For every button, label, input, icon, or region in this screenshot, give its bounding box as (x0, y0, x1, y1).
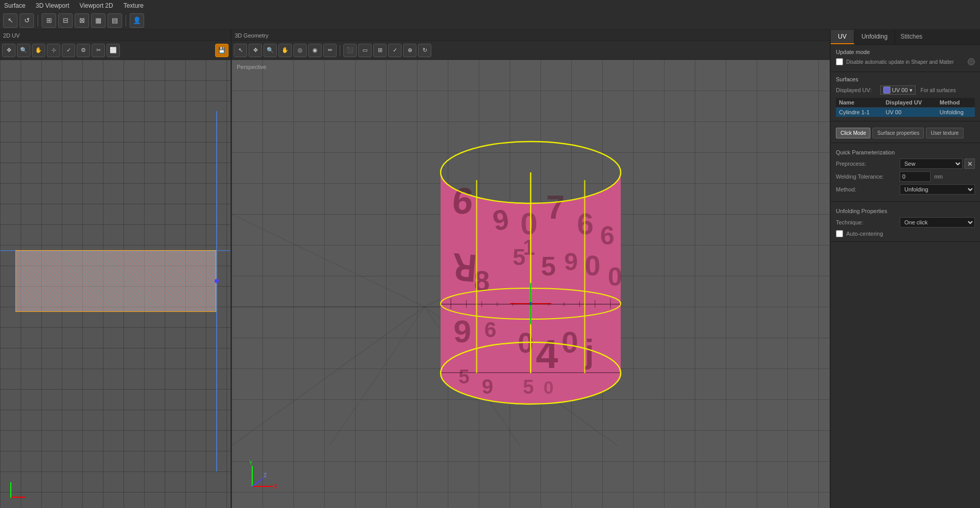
svg-line-1 (232, 307, 425, 446)
3d-select-btn[interactable]: ↖ (234, 44, 247, 57)
technique-select[interactable]: One click (900, 217, 975, 227)
3d-pan-btn[interactable]: ✋ (278, 44, 292, 57)
2d-settings-btn[interactable]: ⚙ (77, 44, 90, 57)
preprocess-select[interactable]: Sew (900, 159, 962, 169)
auto-centering-row: Auto-centering (836, 230, 975, 237)
preprocess-clear-btn[interactable]: ✕ (965, 159, 975, 169)
3d-pick-btn[interactable]: ✏ (323, 44, 337, 57)
main-toolbar: ↖ ↺ ⊞ ⊟ ⊠ ▦ ▤ 👤 (0, 11, 980, 30)
svg-text:0: 0 (544, 377, 553, 397)
uv-vertical-guide (216, 111, 217, 471)
svg-line-5 (329, 307, 425, 446)
welding-row: Welding Tolerance: mm (836, 171, 975, 182)
uv-canvas[interactable] (0, 60, 231, 508)
toolbar-separator-1 (38, 15, 38, 26)
3d-plane-btn[interactable]: ▭ (358, 44, 372, 57)
welding-input[interactable] (900, 171, 931, 182)
3d-grid-btn[interactable]: ⊞ (373, 44, 387, 57)
3d-box-btn[interactable]: ⬛ (343, 44, 357, 57)
quick-param-header: Quick Parameterization (836, 149, 975, 155)
tab-unfolding[interactable]: Unfolding (854, 30, 896, 44)
svg-line-61 (252, 479, 262, 486)
svg-text:0: 0 (562, 325, 578, 359)
col-method: Method (937, 98, 975, 108)
user-button[interactable]: 👤 (130, 13, 144, 28)
2d-pick-btn[interactable]: ⊹ (47, 44, 60, 57)
update-mode-icon[interactable] (968, 58, 975, 65)
tab-uv[interactable]: UV (831, 30, 854, 44)
method-select[interactable]: Unfolding (900, 184, 975, 195)
uv-mapping-rect[interactable] (15, 250, 216, 312)
auto-centering-checkbox[interactable] (836, 230, 843, 237)
user-texture-btn[interactable]: User texture (926, 128, 963, 138)
update-mode-section: Update mode Disable automatic update in … (831, 45, 980, 72)
welding-unit: mm (934, 174, 943, 180)
menu-3d-viewport[interactable]: 3D Viewport (33, 1, 71, 10)
2d-pan-btn[interactable]: ✋ (32, 44, 45, 57)
uv-handle[interactable] (215, 279, 219, 283)
preprocess-label: Preprocess: (836, 161, 898, 167)
update-mode-checkbox[interactable] (836, 58, 843, 65)
properties-panel: UV Unfolding Stitches Update mode Disabl… (831, 30, 980, 508)
col-displayed-uv: Displayed UV (883, 98, 937, 108)
svg-text:0: 0 (585, 250, 601, 282)
row-uv: UV 00 (883, 108, 937, 117)
grid-button-5[interactable]: ▤ (108, 13, 122, 28)
3d-zoom-btn[interactable]: 🔍 (264, 44, 277, 57)
3d-zoom2-btn[interactable]: ⊕ (403, 44, 416, 57)
grid-button-1[interactable]: ⊞ (42, 13, 56, 28)
viewport-canvas[interactable]: Perspective (232, 60, 830, 508)
click-mode-btn[interactable]: Click Mode (836, 128, 870, 138)
svg-text:6: 6 (451, 180, 475, 221)
mode-buttons-section: Click Mode Surface properties User textu… (831, 121, 980, 143)
welding-label: Welding Tolerance: (836, 173, 898, 180)
panel-3d-label: 3D Geometry (235, 32, 268, 39)
panel-3d: 3D Geometry ↖ ✥ 🔍 ✋ ◎ ◉ ✏ ⬛ ▭ ⊞ ✓ ⊕ ↻ Pe… (232, 30, 831, 508)
arrow-button[interactable]: ↖ (3, 13, 18, 28)
panel-3d-header: 3D Geometry (232, 30, 830, 41)
cylinder-object: 6 9 0 7 6 6 ꓤ 8 5 1 5 9 0 0 9 6 0 4 0 j (423, 131, 639, 409)
3d-orbit-btn[interactable]: ↻ (418, 44, 431, 57)
undo-button[interactable]: ↺ (20, 13, 34, 28)
3d-check-btn[interactable]: ✓ (388, 44, 401, 57)
menu-surface[interactable]: Surface (2, 1, 27, 10)
grid-button-3[interactable]: ⊠ (75, 13, 89, 28)
uv-value: UV 00 (892, 87, 908, 93)
tab-stitches[interactable]: Stitches (895, 30, 927, 44)
2d-save-btn[interactable]: 💾 (215, 44, 229, 57)
svg-text:6: 6 (600, 221, 615, 250)
viewport-label: Perspective (237, 64, 266, 70)
menu-bar: Surface 3D Viewport Viewport 2D Texture (0, 0, 980, 11)
surfaces-table: Name Displayed UV Method Cylindre 1-1 UV… (836, 98, 975, 117)
3d-material-btn[interactable]: ◉ (308, 44, 322, 57)
2d-wrap-btn[interactable]: ✂ (92, 44, 105, 57)
surfaces-section: Surfaces Displayed UV: UV 00 ▾ For all s… (831, 72, 980, 121)
uv-badge[interactable]: UV 00 ▾ (880, 85, 916, 95)
grid-button-2[interactable]: ⊟ (58, 13, 73, 28)
panel-2d-label: 2D UV (3, 32, 20, 39)
uv-dropdown-arrow[interactable]: ▾ (909, 87, 913, 94)
grid-button-4[interactable]: ▦ (91, 13, 106, 28)
method-label: Method: (836, 186, 898, 192)
2d-frame-btn[interactable]: ⬜ (107, 44, 120, 57)
unfolding-props-section: Unfolding Properties Technique: One clic… (831, 202, 980, 242)
svg-text:5: 5 (459, 366, 469, 388)
2d-zoom-btn[interactable]: 🔍 (17, 44, 30, 57)
2d-check-btn[interactable]: ✓ (62, 44, 75, 57)
3d-move-btn[interactable]: ✥ (249, 44, 262, 57)
svg-text:6: 6 (484, 318, 496, 342)
menu-viewport-2d[interactable]: Viewport 2D (78, 1, 115, 10)
uv-mapping-rect-container[interactable] (15, 250, 216, 312)
surface-props-btn[interactable]: Surface properties (872, 128, 924, 138)
toolbar-separator-2 (126, 15, 126, 26)
menu-texture[interactable]: Texture (121, 1, 146, 10)
svg-text:9: 9 (453, 313, 471, 349)
table-row[interactable]: Cylindre 1-1 UV 00 Unfolding (836, 108, 975, 117)
3d-snap-btn[interactable]: ◎ (293, 44, 307, 57)
3d-axes-svg: X Y Z (247, 461, 278, 492)
technique-row: Technique: One click (836, 217, 975, 227)
uv-rect-pattern (16, 251, 216, 311)
update-mode-title: Update mode (836, 49, 975, 55)
2d-select-btn[interactable]: ✥ (2, 44, 15, 57)
panel-2d-uv: 2D UV ✥ 🔍 ✋ ⊹ ✓ ⚙ ✂ ⬜ 💾 (0, 30, 232, 508)
